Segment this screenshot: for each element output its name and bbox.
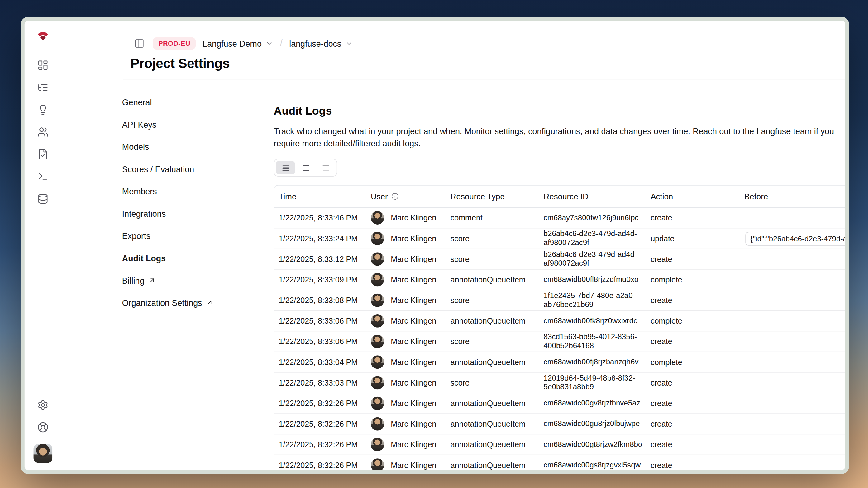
sidebar-item-traces[interactable]: [34, 78, 52, 96]
audit-table-body: 1/22/2025, 8:33:46 PMMarc Klingencomment…: [274, 208, 849, 474]
audit-resource-id: cm68awidb00fk8rjz0wxixrdc: [539, 316, 646, 325]
project-name: langfuse-docs: [289, 39, 341, 48]
audit-resource-id: 12019d64-5d49-48b8-8f32-5e0b831a8bb9: [539, 374, 646, 391]
sidebar-item-playground[interactable]: [34, 167, 52, 185]
settings-nav-item-general[interactable]: General: [122, 91, 261, 113]
settings-nav-item-members[interactable]: Members: [122, 180, 261, 202]
settings-nav-item-billing[interactable]: Billing: [122, 269, 261, 292]
users-icon: [37, 126, 49, 138]
table-row[interactable]: 1/22/2025, 8:33:09 PMMarc Klingenannotat…: [274, 270, 849, 290]
panel-left-icon: [134, 38, 144, 48]
info-icon[interactable]: [391, 193, 398, 200]
audit-resource-id: cm68ay7s800fw126j9uri6lpc: [539, 213, 646, 222]
table-row[interactable]: 1/22/2025, 8:33:04 PMMarc Klingenannotat…: [274, 352, 849, 373]
audit-user: Marc Klingen: [366, 252, 446, 266]
table-row[interactable]: 1/22/2025, 8:33:08 PMMarc Klingenscore1f…: [274, 290, 849, 311]
audit-time: 1/22/2025, 8:33:12 PM: [274, 254, 366, 263]
main-content: PROD-EU Langfuse Demo / langfuse-docs Pr…: [61, 21, 845, 470]
audit-user: Marc Klingen: [366, 417, 446, 431]
column-header-before: Before: [740, 192, 849, 201]
sidebar-item-settings[interactable]: [34, 396, 52, 414]
sidebar-item-support[interactable]: [34, 418, 52, 436]
external-link-icon: [149, 277, 155, 283]
project-selector[interactable]: langfuse-docs: [288, 36, 354, 51]
audit-time: 1/22/2025, 8:33:04 PM: [274, 358, 366, 366]
settings-gear-icon: [37, 399, 49, 411]
settings-nav-item-exports[interactable]: Exports: [122, 225, 261, 247]
settings-nav-item-organization-settings[interactable]: Organization Settings: [122, 292, 261, 314]
nav-item-label: Members: [122, 186, 157, 196]
user-name: Marc Klingen: [391, 234, 436, 243]
sidebar-item-prompts[interactable]: [34, 101, 52, 119]
table-row[interactable]: 1/22/2025, 8:33:12 PMMarc Klingenscoreb2…: [274, 249, 849, 270]
user-avatar-icon: [371, 397, 384, 410]
user-name: Marc Klingen: [391, 420, 436, 428]
audit-action: create: [646, 296, 740, 305]
settings-nav-item-audit-logs[interactable]: Audit Logs: [122, 247, 261, 269]
nav-item-label: General: [122, 97, 152, 106]
audit-time: 1/22/2025, 8:33:09 PM: [274, 275, 366, 284]
audit-action: create: [646, 399, 740, 408]
app-sidebar: [25, 21, 61, 470]
audit-action: create: [646, 254, 740, 263]
audit-action: complete: [646, 358, 740, 366]
help-icon: [37, 422, 49, 433]
settings-nav-item-integrations[interactable]: Integrations: [122, 202, 261, 225]
column-header-resource-id: Resource ID: [539, 192, 646, 201]
nav-item-label: Audit Logs: [122, 253, 166, 263]
audit-logs-panel: Audit Logs Track who changed what in you…: [274, 101, 849, 474]
app-window: PROD-EU Langfuse Demo / langfuse-docs Pr…: [21, 17, 849, 474]
audit-resource-id: cm68awidb00fl8rjzzdfmu0xo: [539, 275, 646, 284]
sidebar-item-datasets-doc[interactable]: [34, 145, 52, 163]
sidebar-item-dashboard[interactable]: [34, 56, 52, 74]
table-row[interactable]: 1/22/2025, 8:32:26 PMMarc Klingenannotat…: [274, 414, 849, 434]
row-height-large-button[interactable]: [316, 161, 335, 174]
audit-action: complete: [646, 316, 740, 325]
table-row[interactable]: 1/22/2025, 8:33:06 PMMarc Klingenannotat…: [274, 311, 849, 331]
table-row[interactable]: 1/22/2025, 8:32:26 PMMarc Klingenannotat…: [274, 393, 849, 414]
audit-resource-type: annotationQueueItem: [446, 440, 539, 449]
table-row[interactable]: 1/22/2025, 8:32:26 PMMarc Klingenannotat…: [274, 455, 849, 474]
sidebar-item-users[interactable]: [34, 123, 52, 141]
settings-nav-item-api-keys[interactable]: API Keys: [122, 113, 261, 135]
chevron-down-icon: [345, 39, 353, 47]
page-title: Project Settings: [130, 56, 229, 71]
audit-time: 1/22/2025, 8:33:46 PM: [274, 213, 366, 222]
sidebar-toggle-button[interactable]: [131, 35, 147, 51]
row-height-small-button[interactable]: [276, 161, 295, 174]
audit-resource-id: b26ab4c6-d2e3-479d-ad4d-af980072ac9f: [539, 230, 646, 247]
user-name: Marc Klingen: [391, 213, 436, 222]
table-row[interactable]: 1/22/2025, 8:33:03 PMMarc Klingenscore12…: [274, 373, 849, 393]
audit-user: Marc Klingen: [366, 314, 446, 328]
org-selector[interactable]: Langfuse Demo: [202, 36, 275, 51]
row-height-medium-button[interactable]: [296, 161, 315, 174]
audit-resource-type: score: [446, 234, 539, 243]
audit-user: Marc Klingen: [366, 273, 446, 287]
user-avatar-icon: [371, 252, 384, 266]
user-avatar-icon: [371, 232, 384, 245]
audit-table-header: Time User Resource Type Resource ID Acti…: [274, 186, 849, 208]
audit-action: create: [646, 440, 740, 449]
audit-resource-id: 1f1e2435-7bd7-480e-a2a0-ab76bec21b69: [539, 292, 646, 309]
settings-nav-item-models[interactable]: Models: [122, 135, 261, 158]
user-avatar-icon: [371, 314, 384, 328]
dashboard-icon: [37, 60, 49, 71]
user-name: Marc Klingen: [391, 316, 436, 325]
terminal-icon: [37, 171, 49, 182]
table-row[interactable]: 1/22/2025, 8:33:24 PMMarc Klingenscoreb2…: [274, 228, 849, 249]
nav-item-label: Models: [122, 142, 149, 151]
user-avatar[interactable]: [33, 444, 52, 463]
sidebar-item-datasets[interactable]: [34, 190, 52, 208]
table-row[interactable]: 1/22/2025, 8:32:26 PMMarc Klingenannotat…: [274, 434, 849, 455]
user-name: Marc Klingen: [391, 337, 436, 346]
table-row[interactable]: 1/22/2025, 8:33:46 PMMarc Klingencomment…: [274, 208, 849, 228]
chevron-down-icon: [266, 39, 273, 47]
audit-table: Time User Resource Type Resource ID Acti…: [274, 185, 849, 474]
settings-nav-item-scores-evaluation[interactable]: Scores / Evaluation: [122, 158, 261, 180]
user-name: Marc Klingen: [391, 358, 436, 366]
user-avatar-icon: [371, 294, 384, 307]
audit-time: 1/22/2025, 8:33:06 PM: [274, 316, 366, 325]
table-row[interactable]: 1/22/2025, 8:33:06 PMMarc Klingenscore83…: [274, 331, 849, 352]
user-avatar-icon: [371, 273, 384, 287]
before-value[interactable]: {"id":"b26ab4c6-d2e3-479d-a: [745, 231, 849, 246]
